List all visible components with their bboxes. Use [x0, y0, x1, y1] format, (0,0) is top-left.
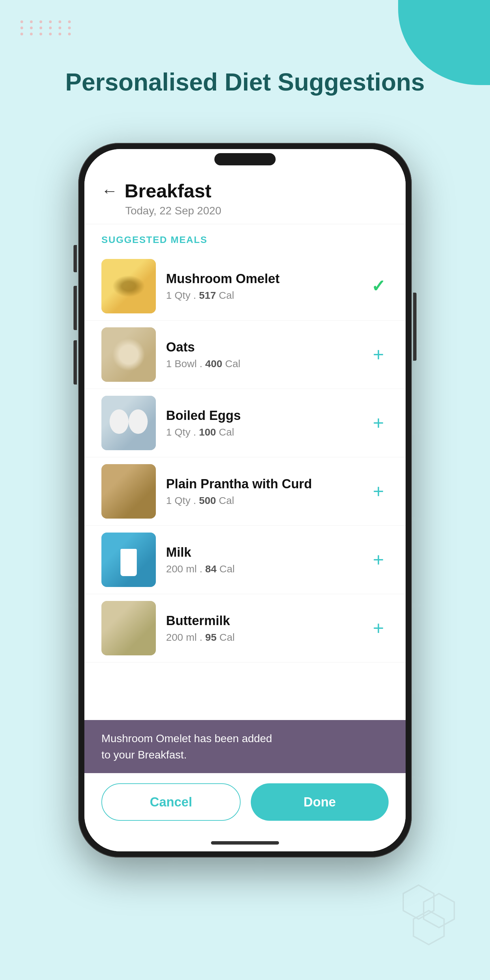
- bg-hexagon-decoration: [401, 883, 469, 953]
- plus-icon: +: [373, 482, 384, 501]
- meal-item-milk[interactable]: Milk200 ml . 84 Cal+: [84, 526, 406, 594]
- app-header: ← Breakfast Today, 22 Sep 2020: [84, 169, 406, 224]
- plus-icon: +: [373, 550, 384, 569]
- section-label: SUGGESTED MEALS: [84, 224, 406, 252]
- back-button[interactable]: ←: [102, 183, 118, 199]
- meal-info-buttermilk: Buttermilk200 ml . 95 Cal: [166, 614, 358, 643]
- app-content: ← Breakfast Today, 22 Sep 2020 SUGGESTED…: [84, 169, 406, 851]
- checkmark-icon: ✓: [371, 276, 385, 296]
- plus-icon: +: [373, 619, 384, 638]
- power-button: [413, 293, 417, 361]
- meal-info-plain-prantha: Plain Prantha with Curd1 Qty . 500 Cal: [166, 477, 358, 506]
- notch-pill: [215, 153, 275, 165]
- meal-name-plain-prantha: Plain Prantha with Curd: [166, 477, 358, 492]
- meal-action-milk[interactable]: +: [368, 550, 388, 570]
- meal-action-oats[interactable]: +: [368, 344, 388, 365]
- meal-image-milk: [102, 533, 156, 587]
- bg-dots-decoration: [21, 21, 74, 35]
- meal-info-oats: Oats1 Bowl . 400 Cal: [166, 340, 358, 369]
- home-bar: [211, 841, 279, 845]
- cancel-button[interactable]: Cancel: [102, 783, 240, 821]
- page-title: Personalised Diet Suggestions: [0, 68, 490, 96]
- header-date: Today, 22 Sep 2020: [102, 205, 388, 217]
- meal-detail-mushroom-omelet: 1 Qty . 517 Cal: [166, 290, 358, 301]
- meal-item-mushroom-omelet[interactable]: Mushroom Omelet1 Qty . 517 Cal✓: [84, 252, 406, 321]
- meal-name-mushroom-omelet: Mushroom Omelet: [166, 272, 358, 286]
- toast-notification: Mushroom Omelet has been added to your B…: [84, 720, 406, 773]
- meals-list: Mushroom Omelet1 Qty . 517 Cal✓Oats1 Bow…: [84, 252, 406, 662]
- meal-name-milk: Milk: [166, 545, 358, 560]
- phone-notch: [84, 149, 406, 169]
- meal-action-mushroom-omelet[interactable]: ✓: [368, 276, 388, 296]
- home-indicator: [84, 834, 406, 851]
- screen-title: Breakfast: [124, 180, 211, 202]
- meal-action-boiled-eggs[interactable]: +: [368, 413, 388, 433]
- meal-info-boiled-eggs: Boiled Eggs1 Qty . 100 Cal: [166, 408, 358, 438]
- meal-detail-milk: 200 ml . 84 Cal: [166, 563, 358, 575]
- meal-detail-boiled-eggs: 1 Qty . 100 Cal: [166, 426, 358, 438]
- svg-marker-0: [403, 885, 434, 919]
- meal-name-buttermilk: Buttermilk: [166, 614, 358, 628]
- meal-item-buttermilk[interactable]: Buttermilk200 ml . 95 Cal+: [84, 594, 406, 662]
- meal-action-plain-prantha[interactable]: +: [368, 481, 388, 501]
- meal-detail-plain-prantha: 1 Qty . 500 Cal: [166, 495, 358, 506]
- meal-info-mushroom-omelet: Mushroom Omelet1 Qty . 517 Cal: [166, 272, 358, 301]
- meal-image-plain-prantha: [102, 464, 156, 519]
- meal-image-mushroom-omelet: [102, 259, 156, 313]
- toast-message: Mushroom Omelet has been added to your B…: [102, 732, 272, 761]
- meal-image-buttermilk: [102, 601, 156, 655]
- meal-item-boiled-eggs[interactable]: Boiled Eggs1 Qty . 100 Cal+: [84, 389, 406, 457]
- done-button[interactable]: Done: [251, 783, 388, 821]
- plus-icon: +: [373, 345, 384, 364]
- volume-up-button: [73, 245, 77, 272]
- meal-name-oats: Oats: [166, 340, 358, 355]
- meal-image-oats: [102, 327, 156, 382]
- phone-mockup: ← Breakfast Today, 22 Sep 2020 SUGGESTED…: [78, 143, 412, 858]
- volume-down-button: [73, 286, 77, 330]
- mute-button: [73, 340, 77, 385]
- meals-section: SUGGESTED MEALS Mushroom Omelet1 Qty . 5…: [84, 224, 406, 720]
- meal-image-boiled-eggs: [102, 396, 156, 450]
- meal-info-milk: Milk200 ml . 84 Cal: [166, 545, 358, 575]
- meal-item-plain-prantha[interactable]: Plain Prantha with Curd1 Qty . 500 Cal+: [84, 457, 406, 526]
- meal-detail-buttermilk: 200 ml . 95 Cal: [166, 632, 358, 643]
- meal-action-buttermilk[interactable]: +: [368, 618, 388, 638]
- meal-detail-oats: 1 Bowl . 400 Cal: [166, 358, 358, 369]
- action-buttons-bar: Cancel Done: [84, 773, 406, 834]
- plus-icon: +: [373, 414, 384, 433]
- meal-item-oats[interactable]: Oats1 Bowl . 400 Cal+: [84, 321, 406, 389]
- meal-name-boiled-eggs: Boiled Eggs: [166, 408, 358, 423]
